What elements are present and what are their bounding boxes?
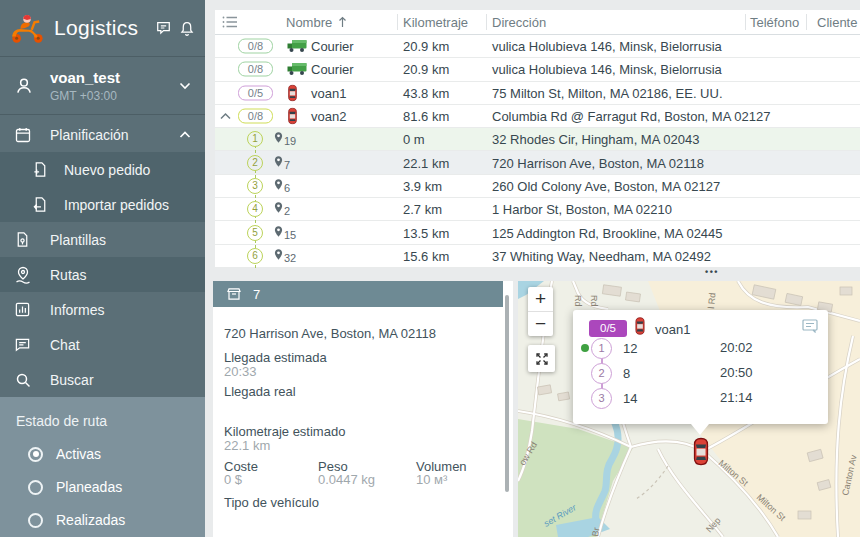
zoom-out-button[interactable]: − [528,312,553,336]
stop-detail-panel: 7 720 Harrison Ave, Boston, MA 02118 Lle… [213,281,513,537]
sidebar: Logistics voan_test [0,0,205,537]
popup-stop-number: 1 [591,338,612,359]
popup-stop-time: 20:02 [720,340,753,355]
column-header-mileage[interactable]: Kilometraje [403,15,468,30]
progress-badge: 0/5 [238,85,273,100]
sidebar-item-label: Plantillas [50,232,106,248]
route-row[interactable]: 0/8 Courier 20.9 km vulica Holubieva 146… [215,58,860,81]
map-label-rd2: Rd [589,295,599,307]
route-address: vulica Holubieva 146, Minsk, Bielorrusia [492,62,722,77]
stop-number: 2 [247,155,263,171]
radio-active-routes[interactable]: Activas [16,446,189,462]
car-icon [287,84,298,101]
map-zoom-controls: + − [528,287,553,336]
radio-planned-routes[interactable]: Planeadas [16,479,189,495]
vehicle-popup[interactable]: 0/5 voan1 1 12 20:02 2 8 20:50 3 14 21: [573,310,828,424]
sidebar-item-new-order[interactable]: Nuevo pedido [0,152,205,187]
panel-resize-handle[interactable]: ••• [700,267,724,277]
map[interactable]: Rd Rd l Rd Milton St Milton St Canton Av… [518,281,860,537]
progress-badge: 0/8 [238,39,273,54]
app-title: Logistics [54,16,155,40]
sidebar-item-chat[interactable]: Chat [0,327,205,362]
sidebar-item-import-orders[interactable]: Importar pedidos [0,187,205,222]
sidebar-item-search[interactable]: Buscar [0,362,205,397]
bar-chart-icon [14,301,32,318]
stop-row[interactable]: 1 19 0 m 32 Rhodes Cir, Hingham, MA 0204… [215,128,860,151]
calendar-icon [14,126,32,144]
vehicle-marker[interactable] [692,436,710,467]
map-label-rd1: Rd [573,295,583,307]
orders-count: 6 [284,181,290,193]
eta-label: Llegada estimada [224,350,327,365]
feedback-icon[interactable] [155,20,172,36]
stop-row[interactable]: 6 32 15.6 km 37 Whiting Way, Needham, MA… [215,245,860,268]
stop-number: 6 [247,248,263,264]
column-header-address[interactable]: Dirección [492,15,546,30]
document-plus-icon [32,161,50,178]
route-address: Columbia Rd @ Farragut Rd, Boston, MA 02… [492,109,770,124]
stop-row[interactable]: 2 7 22.1 km 720 Harrison Ave, Boston, MA… [215,151,860,174]
sidebar-item-label: Informes [50,302,104,318]
radio-icon [28,447,43,462]
sidebar-item-routes[interactable]: Rutas [0,257,205,292]
radio-label: Realizadas [56,512,125,528]
eta-value: 20:33 [224,364,257,379]
popup-chat-icon[interactable] [802,319,818,333]
cost-value: 0 $ [224,472,242,487]
orders-pin-icon: 6 [274,178,290,193]
column-header-phone[interactable]: Teléfono [750,15,799,30]
chevron-down-icon [179,82,191,90]
user-account[interactable]: voan_test GMT +03:00 [0,57,205,115]
route-mileage: 81.6 km [403,109,449,124]
sidebar-item-reports[interactable]: Informes [0,292,205,327]
package-box-icon [227,288,241,300]
route-name: voan2 [311,109,346,124]
orders-pin-icon: 19 [274,132,296,147]
detail-scrollbar[interactable] [505,295,509,492]
zoom-in-button[interactable]: + [528,287,553,311]
route-row[interactable]: 0/8 Courier 20.9 km vulica Holubieva 146… [215,35,860,58]
popup-stop-orders: 12 [623,341,637,356]
mileage-label: Kilometraje estimado [224,424,345,439]
sidebar-item-templates[interactable]: Plantillas [0,222,205,257]
fullscreen-button[interactable] [528,345,555,372]
notifications-bell-icon[interactable] [179,20,195,37]
arrival-label: Llegada real [224,384,296,399]
chevron-up-icon [179,131,191,139]
route-row[interactable]: 0/5 voan1 43.8 km 75 Milton St, Milton, … [215,82,860,105]
document-import-icon [32,196,50,213]
collapse-chevron-icon[interactable] [220,113,231,120]
orders-pin-icon: 32 [274,248,296,263]
sidebar-item-planning[interactable]: Planificación [0,117,205,152]
route-row-expanded[interactable]: 0/8 voan2 81.6 km Columbia Rd @ Farragut… [215,105,860,128]
car-icon [634,317,646,335]
orders-count: 32 [284,251,296,263]
orders-pin-icon: 7 [274,155,290,170]
route-status-title: Estado de ruta [16,413,189,429]
route-name: Courier [311,62,354,77]
search-icon [14,371,32,389]
route-name: Courier [311,39,354,54]
sidebar-item-label: Buscar [50,372,94,388]
stop-number: 1 [247,131,263,147]
detail-address: 720 Harrison Ave, Boston, MA 02118 [224,326,436,341]
stop-address: 32 Rhodes Cir, Hingham, MA 02043 [492,132,699,147]
stop-row[interactable]: 4 2 2.7 km 1 Harbor St, Boston, MA 02210 [215,198,860,221]
stop-number: 3 [247,178,263,194]
sort-ascending-icon[interactable] [338,16,347,28]
radio-done-routes[interactable]: Realizadas [16,512,189,528]
orders-count: 19 [284,135,296,147]
stop-row[interactable]: 5 15 13.5 km 125 Addington Rd, Brookline… [215,221,860,244]
list-view-icon[interactable] [222,16,238,29]
column-header-client[interactable]: Cliente [817,15,857,30]
popup-stop-number: 2 [591,363,612,384]
logo-bar: Logistics [0,0,205,57]
orders-pin-icon: 2 [274,202,290,217]
scooter-logo-icon [8,13,46,44]
column-header-name[interactable]: Nombre [286,15,332,30]
map-label-br: Br [590,527,601,537]
stop-row[interactable]: 3 6 3.9 km 260 Old Colony Ave, Boston, M… [215,175,860,198]
popup-stop-time: 21:14 [720,390,753,405]
popup-stop-time: 20:50 [720,365,753,380]
stop-mileage: 22.1 km [403,155,449,170]
